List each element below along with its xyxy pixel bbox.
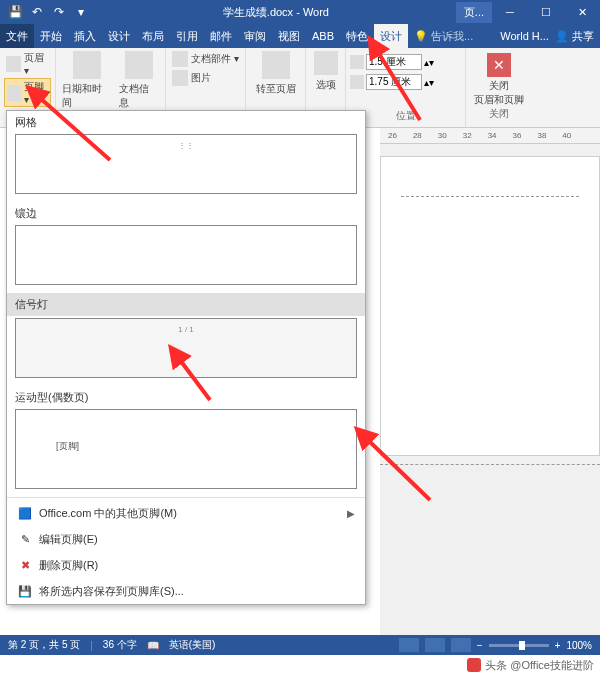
gallery-item-motion-even[interactable]: [页脚] bbox=[15, 409, 357, 489]
qat-customize-icon[interactable]: ▾ bbox=[72, 3, 90, 21]
goto-icon bbox=[262, 51, 290, 79]
tab-home[interactable]: 开始 bbox=[34, 24, 68, 48]
edit-icon: ✎ bbox=[17, 531, 33, 547]
parts-icon bbox=[172, 51, 188, 67]
share-button[interactable]: 👤 共享 bbox=[555, 29, 594, 44]
options-button[interactable]: 选项 bbox=[310, 50, 341, 93]
tab-design[interactable]: 设计 bbox=[102, 24, 136, 48]
tab-references[interactable]: 引用 bbox=[170, 24, 204, 48]
zoom-slider[interactable] bbox=[489, 644, 549, 647]
header-margin-spinner[interactable]: ▴▾ bbox=[350, 54, 461, 70]
margin-bottom-icon bbox=[350, 75, 364, 89]
gallery-heading-grid: 网格 bbox=[7, 111, 365, 132]
account-name[interactable]: World H... bbox=[500, 30, 549, 42]
gallery-item-banded[interactable] bbox=[15, 225, 357, 285]
spinner-up-down-icon[interactable]: ▴▾ bbox=[424, 77, 434, 88]
page[interactable] bbox=[380, 156, 600, 456]
language-indicator[interactable]: 英语(美国) bbox=[169, 638, 216, 652]
header-icon bbox=[6, 56, 21, 72]
close-button[interactable]: ✕ bbox=[564, 0, 600, 24]
page-indicator[interactable]: 第 2 页，共 5 页 bbox=[8, 638, 80, 652]
tab-view[interactable]: 视图 bbox=[272, 24, 306, 48]
footer-gallery-dropdown: 网格 ⋮⋮ 镶边 信号灯 1 / 1 运动型(偶数页) [页脚] 🟦 Offic… bbox=[6, 110, 366, 605]
footer-icon bbox=[7, 85, 21, 101]
close-group-label: 关闭 bbox=[489, 107, 509, 123]
datetime-button[interactable]: 日期和时间 bbox=[60, 50, 113, 111]
edit-footer-item[interactable]: ✎ 编辑页脚(E) bbox=[7, 526, 365, 552]
zoom-level[interactable]: 100% bbox=[566, 640, 592, 651]
tab-file[interactable]: 文件 bbox=[0, 24, 34, 48]
gallery-item-semaphore[interactable]: 1 / 1 bbox=[15, 318, 357, 378]
save-to-gallery-icon: 💾 bbox=[17, 583, 33, 599]
tell-me-search[interactable]: 💡 告诉我... bbox=[408, 24, 479, 48]
gallery-heading-motion-even: 运动型(偶数页) bbox=[7, 386, 365, 407]
zoom-in-button[interactable]: + bbox=[555, 640, 561, 651]
gallery-heading-semaphore: 信号灯 bbox=[7, 293, 365, 316]
header-region[interactable] bbox=[401, 157, 579, 197]
zoom-out-button[interactable]: − bbox=[477, 640, 483, 651]
minimize-button[interactable]: ─ bbox=[492, 0, 528, 24]
maximize-button[interactable]: ☐ bbox=[528, 0, 564, 24]
redo-icon[interactable]: ↷ bbox=[50, 3, 68, 21]
gallery-item-grid[interactable]: ⋮⋮ bbox=[15, 134, 357, 194]
web-layout-button[interactable] bbox=[451, 638, 471, 652]
picture-button[interactable]: 图片 bbox=[170, 69, 241, 87]
footer-button[interactable]: 页脚 ▾ bbox=[4, 78, 51, 107]
print-layout-button[interactable] bbox=[425, 638, 445, 652]
word-count[interactable]: 36 个字 bbox=[103, 638, 137, 652]
tab-review[interactable]: 审阅 bbox=[238, 24, 272, 48]
document-title: 学生成绩.docx - Word bbox=[96, 5, 456, 20]
delete-icon: ✖ bbox=[17, 557, 33, 573]
tab-hf-design[interactable]: 设计 bbox=[374, 24, 408, 48]
title-bar: 💾 ↶ ↷ ▾ 学生成绩.docx - Word 页... ─ ☐ ✕ bbox=[0, 0, 600, 24]
save-selection-item[interactable]: 💾 将所选内容保存到页脚库(S)... bbox=[7, 578, 365, 604]
calendar-icon bbox=[73, 51, 101, 79]
spinner-up-down-icon[interactable]: ▴▾ bbox=[424, 57, 434, 68]
document-canvas[interactable] bbox=[380, 144, 600, 635]
footer-margin-spinner[interactable]: ▴▾ bbox=[350, 74, 461, 90]
quickparts-button[interactable]: 文档部件 ▾ bbox=[170, 50, 241, 68]
footer-boundary bbox=[380, 464, 600, 465]
office-icon: 🟦 bbox=[17, 505, 33, 521]
read-mode-button[interactable] bbox=[399, 638, 419, 652]
watermark: 头条 @Office技能进阶 bbox=[0, 655, 600, 675]
quick-access-toolbar: 💾 ↶ ↷ ▾ bbox=[0, 3, 96, 21]
close-hf-button[interactable]: 关闭 页眉和页脚 bbox=[474, 79, 524, 107]
tab-abbyy[interactable]: ABB bbox=[306, 24, 340, 48]
contextual-tab-label[interactable]: 页... bbox=[456, 2, 492, 23]
lightbulb-icon: 💡 bbox=[414, 30, 428, 43]
header-button[interactable]: 页眉 ▾ bbox=[4, 50, 51, 77]
info-icon bbox=[125, 51, 153, 79]
picture-icon bbox=[172, 70, 188, 86]
window-controls: ─ ☐ ✕ bbox=[492, 0, 600, 24]
chevron-right-icon: ▶ bbox=[347, 508, 355, 519]
gallery-heading-banded: 镶边 bbox=[7, 202, 365, 223]
footer-margin-input[interactable] bbox=[366, 74, 422, 90]
status-bar: 第 2 页，共 5 页 | 36 个字 📖 英语(美国) − + 100% bbox=[0, 635, 600, 655]
more-from-office-item[interactable]: 🟦 Office.com 中的其他页脚(M) ▶ bbox=[7, 500, 365, 526]
header-margin-input[interactable] bbox=[366, 54, 422, 70]
options-icon bbox=[314, 51, 338, 75]
margin-top-icon bbox=[350, 55, 364, 69]
tab-layout[interactable]: 布局 bbox=[136, 24, 170, 48]
position-group-label: 位置 bbox=[350, 109, 461, 125]
toutiao-icon bbox=[467, 658, 481, 672]
tab-special[interactable]: 特色 bbox=[340, 24, 374, 48]
ribbon-tabs: 文件 开始 插入 设计 布局 引用 邮件 审阅 视图 ABB 特色 设计 💡 告… bbox=[0, 24, 600, 48]
tab-mailings[interactable]: 邮件 bbox=[204, 24, 238, 48]
proofing-icon[interactable]: 📖 bbox=[147, 640, 159, 651]
undo-icon[interactable]: ↶ bbox=[28, 3, 46, 21]
tab-insert[interactable]: 插入 bbox=[68, 24, 102, 48]
goto-header-button[interactable]: 转至页眉 bbox=[250, 50, 301, 97]
save-icon[interactable]: 💾 bbox=[6, 3, 24, 21]
horizontal-ruler[interactable]: 2628303234363840 bbox=[380, 128, 600, 144]
docinfo-button[interactable]: 文档信息 bbox=[117, 50, 161, 111]
remove-footer-item[interactable]: ✖ 删除页脚(R) bbox=[7, 552, 365, 578]
close-hf-icon[interactable]: ✕ bbox=[487, 53, 511, 77]
